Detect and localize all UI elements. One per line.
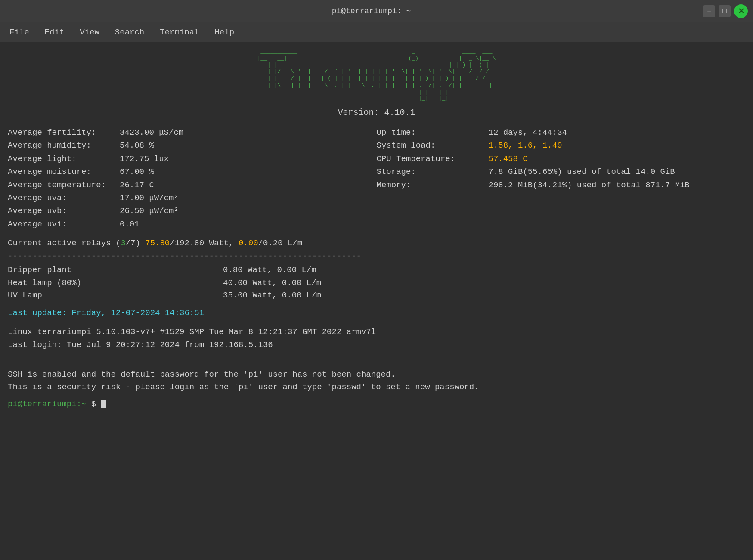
relay-name-heatlamp: Heat lamp (80%)	[8, 277, 223, 289]
sysinfo-lines: Linux terrariumpi 5.10.103-v7+ #1529 SMP…	[8, 326, 745, 351]
stat-uva: Average uva: 17.00 μW/cm²	[8, 192, 377, 204]
stat-cputemp: CPU Temperature: 57.458 C	[377, 153, 746, 165]
stats-right: Up time: 12 days, 4:44:34 System load: 1…	[377, 127, 746, 231]
stat-memory-label: Memory:	[377, 179, 489, 192]
stat-temperature: Average temperature: 26.17 C	[8, 179, 377, 192]
relay-item-uvlamp: UV Lamp 35.00 Watt, 0.00 L/m	[8, 289, 745, 302]
relay-divider: ----------------------------------------…	[8, 251, 745, 263]
sysinfo-line-1: Linux terrariumpi 5.10.103-v7+ #1529 SMP…	[8, 326, 745, 338]
version-text: Version: 4.10.1	[338, 108, 415, 118]
relay-header-sep: /7)	[126, 238, 146, 248]
relay-name-uvlamp: UV Lamp	[8, 289, 223, 302]
stat-fertility-label: Average fertility:	[8, 127, 120, 139]
stat-light-label: Average light:	[8, 153, 120, 165]
window-title: pi@terrariumpi: ~	[40, 7, 703, 15]
stat-uptime-value: 12 days, 4:44:34	[489, 127, 567, 139]
stat-uptime: Up time: 12 days, 4:44:34	[377, 127, 746, 139]
menu-view[interactable]: View	[77, 26, 102, 39]
stat-humidity-value: 54.08 %	[120, 139, 154, 152]
relay-item-dripper: Dripper plant 0.80 Watt, 0.00 L/m	[8, 264, 745, 276]
stat-moisture: Average moisture: 67.00 %	[8, 166, 377, 178]
relay-lm-static: /0.20 L/m	[258, 238, 303, 248]
banner-green-art: ___________ _ ____ ___ |__ __| (_) | _ \…	[257, 48, 496, 102]
stat-fertility-value: 3423.00 μS/cm	[120, 127, 183, 139]
relays-section: Current active relays (3/7) 75.80/192.80…	[8, 238, 745, 302]
menu-bar: File Edit View Search Terminal Help	[0, 22, 753, 42]
menu-search[interactable]: Search	[112, 26, 147, 39]
stats-section: Average fertility: 3423.00 μS/cm Average…	[8, 127, 745, 231]
relay-watt-static: /192.80 Watt,	[170, 238, 239, 248]
menu-terminal[interactable]: Terminal	[157, 26, 201, 39]
relay-header-prefix: Current active relays (	[8, 238, 121, 248]
stat-temperature-label: Average temperature:	[8, 179, 120, 192]
relay-watt-active: 75.80	[145, 238, 170, 248]
stat-uptime-label: Up time:	[377, 127, 489, 139]
stat-light-value: 172.75 lux	[120, 153, 169, 165]
stat-storage-value: 7.8 GiB(55.65%) used of total 14.0 GiB	[489, 166, 675, 178]
stat-light: Average light: 172.75 lux	[8, 153, 377, 165]
stat-moisture-value: 67.00 %	[120, 166, 154, 178]
sysinfo-line-2: Last login: Tue Jul 9 20:27:12 2024 from…	[8, 339, 745, 351]
stat-sysload-value: 1.58, 1.6, 1.49	[489, 139, 562, 152]
relay-item-heatlamp: Heat lamp (80%) 40.00 Watt, 0.00 L/m	[8, 277, 745, 289]
stats-left: Average fertility: 3423.00 μS/cm Average…	[8, 127, 377, 231]
title-bar: pi@terrariumpi: ~ − □ ✕	[0, 0, 753, 22]
stat-uvb-label: Average uvb:	[8, 205, 120, 217]
last-update: Last update: Friday, 12-07-2024 14:36:51	[8, 307, 745, 319]
relay-name-dripper: Dripper plant	[8, 264, 223, 276]
ssh-warning-line-1	[8, 356, 745, 368]
ssh-warning-line-2: SSH is enabled and the default password …	[8, 368, 745, 381]
stat-uvb: Average uvb: 26.50 μW/cm²	[8, 205, 377, 217]
last-update-text: Last update: Friday, 12-07-2024 14:36:51	[8, 308, 204, 318]
stat-sysload-label: System load:	[377, 139, 489, 152]
ssh-warning: SSH is enabled and the default password …	[8, 356, 745, 393]
stat-fertility: Average fertility: 3423.00 μS/cm	[8, 127, 377, 139]
terminal-cursor	[101, 400, 106, 408]
maximize-button[interactable]: □	[719, 5, 731, 17]
stat-uvi-value: 0.01	[120, 218, 139, 231]
relay-active-count: 3	[121, 238, 125, 248]
ssh-warning-line-3: This is a security risk - please login a…	[8, 381, 745, 393]
relay-value-dripper: 0.80 Watt, 0.00 L/m	[223, 264, 316, 276]
stat-moisture-label: Average moisture:	[8, 166, 120, 178]
menu-edit[interactable]: Edit	[42, 26, 67, 39]
prompt-user-host: pi@terrariumpi:	[8, 399, 81, 409]
relay-header: Current active relays (3/7) 75.80/192.80…	[8, 238, 745, 250]
stat-storage-label: Storage:	[377, 166, 489, 178]
stat-cputemp-label: CPU Temperature:	[377, 153, 489, 165]
prompt-symbol: $	[86, 399, 101, 409]
version-line: Version: 4.10.1	[8, 106, 745, 119]
ascii-banner: ___________ _ ____ ___ |__ __| (_) | _ \…	[8, 48, 745, 102]
stat-cputemp-value: 57.458 C	[489, 153, 528, 165]
menu-help[interactable]: Help	[212, 26, 237, 39]
close-button[interactable]: ✕	[734, 4, 748, 18]
relay-lm-active: 0.00	[239, 238, 258, 248]
stat-memory-value: 298.2 MiB(34.21%) used of total 871.7 Mi…	[489, 179, 690, 192]
stat-uva-label: Average uva:	[8, 192, 120, 204]
stat-sysload: System load: 1.58, 1.6, 1.49	[377, 139, 746, 152]
minimize-button[interactable]: −	[703, 5, 715, 17]
stat-humidity-label: Average humidity:	[8, 139, 120, 152]
stat-uvb-value: 26.50 μW/cm²	[120, 205, 179, 217]
window-controls: − □ ✕	[703, 4, 748, 18]
prompt-path: ~	[81, 399, 86, 409]
prompt-line[interactable]: pi@terrariumpi:~ $	[8, 399, 745, 411]
stat-storage: Storage: 7.8 GiB(55.65%) used of total 1…	[377, 166, 746, 178]
terminal-content: ___________ _ ____ ___ |__ __| (_) | _ \…	[0, 42, 753, 560]
stat-uva-value: 17.00 μW/cm²	[120, 192, 179, 204]
stat-humidity: Average humidity: 54.08 %	[8, 139, 377, 152]
relay-value-uvlamp: 35.00 Watt, 0.00 L/m	[223, 289, 321, 302]
stat-uvi: Average uvi: 0.01	[8, 218, 377, 231]
stat-uvi-label: Average uvi:	[8, 218, 120, 231]
menu-file[interactable]: File	[7, 26, 32, 39]
relay-value-heatlamp: 40.00 Watt, 0.00 L/m	[223, 277, 321, 289]
stat-temperature-value: 26.17 C	[120, 179, 154, 192]
stat-memory: Memory: 298.2 MiB(34.21%) used of total …	[377, 179, 746, 192]
